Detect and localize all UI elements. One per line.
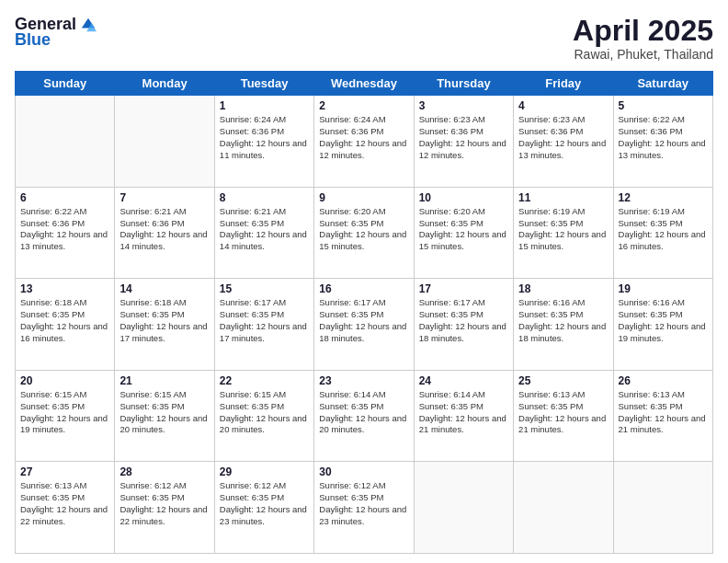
day-number: 1: [220, 99, 309, 112]
calendar-cell: 22Sunrise: 6:15 AM Sunset: 6:35 PM Dayli…: [214, 370, 313, 462]
calendar-cell: 6Sunrise: 6:22 AM Sunset: 6:36 PM Daylig…: [16, 187, 115, 279]
day-info: Sunrise: 6:13 AM Sunset: 6:35 PM Dayligh…: [20, 480, 109, 527]
calendar-table: Sunday Monday Tuesday Wednesday Thursday…: [15, 71, 713, 554]
calendar-cell: [115, 96, 214, 188]
day-number: 23: [319, 374, 408, 387]
calendar-week-4: 20Sunrise: 6:15 AM Sunset: 6:35 PM Dayli…: [16, 370, 713, 462]
logo-blue-text: Blue: [15, 30, 51, 50]
calendar-cell: 27Sunrise: 6:13 AM Sunset: 6:35 PM Dayli…: [16, 462, 115, 554]
calendar-cell: 2Sunrise: 6:24 AM Sunset: 6:36 PM Daylig…: [314, 96, 414, 188]
day-number: 16: [319, 282, 408, 295]
day-info: Sunrise: 6:18 AM Sunset: 6:35 PM Dayligh…: [119, 297, 209, 344]
calendar-cell: 4Sunrise: 6:23 AM Sunset: 6:36 PM Daylig…: [514, 96, 613, 188]
calendar-cell: 26Sunrise: 6:13 AM Sunset: 6:35 PM Dayli…: [613, 370, 712, 462]
col-wednesday: Wednesday: [314, 72, 414, 96]
calendar-cell: 15Sunrise: 6:17 AM Sunset: 6:35 PM Dayli…: [214, 279, 313, 371]
day-number: 26: [619, 374, 708, 387]
calendar-cell: 10Sunrise: 6:20 AM Sunset: 6:35 PM Dayli…: [414, 187, 513, 279]
day-number: 30: [319, 465, 408, 478]
col-thursday: Thursday: [414, 72, 513, 96]
calendar-cell: 17Sunrise: 6:17 AM Sunset: 6:35 PM Dayli…: [414, 279, 513, 371]
day-info: Sunrise: 6:21 AM Sunset: 6:35 PM Dayligh…: [220, 206, 309, 253]
day-number: 20: [20, 374, 109, 387]
day-info: Sunrise: 6:20 AM Sunset: 6:35 PM Dayligh…: [419, 206, 508, 253]
calendar-cell: [613, 462, 712, 554]
calendar-week-5: 27Sunrise: 6:13 AM Sunset: 6:35 PM Dayli…: [16, 462, 713, 554]
calendar-week-2: 6Sunrise: 6:22 AM Sunset: 6:36 PM Daylig…: [16, 187, 713, 279]
day-number: 18: [518, 282, 608, 295]
calendar-cell: 30Sunrise: 6:12 AM Sunset: 6:35 PM Dayli…: [314, 462, 414, 554]
col-sunday: Sunday: [16, 72, 115, 96]
calendar-header-row: Sunday Monday Tuesday Wednesday Thursday…: [16, 72, 713, 96]
day-number: 27: [20, 465, 109, 478]
calendar-cell: 9Sunrise: 6:20 AM Sunset: 6:35 PM Daylig…: [314, 187, 414, 279]
day-info: Sunrise: 6:17 AM Sunset: 6:35 PM Dayligh…: [319, 297, 408, 344]
calendar-cell: 11Sunrise: 6:19 AM Sunset: 6:35 PM Dayli…: [514, 187, 613, 279]
col-saturday: Saturday: [613, 72, 712, 96]
calendar-cell: 13Sunrise: 6:18 AM Sunset: 6:35 PM Dayli…: [16, 279, 115, 371]
calendar-cell: 14Sunrise: 6:18 AM Sunset: 6:35 PM Dayli…: [115, 279, 214, 371]
day-info: Sunrise: 6:16 AM Sunset: 6:35 PM Dayligh…: [619, 297, 708, 344]
day-number: 8: [220, 191, 309, 204]
day-number: 29: [220, 465, 309, 478]
day-number: 17: [419, 282, 508, 295]
calendar-cell: 12Sunrise: 6:19 AM Sunset: 6:35 PM Dayli…: [613, 187, 712, 279]
day-number: 15: [220, 282, 309, 295]
day-info: Sunrise: 6:15 AM Sunset: 6:35 PM Dayligh…: [220, 389, 309, 436]
day-info: Sunrise: 6:23 AM Sunset: 6:36 PM Dayligh…: [518, 114, 608, 161]
day-number: 10: [419, 191, 508, 204]
calendar-cell: 16Sunrise: 6:17 AM Sunset: 6:35 PM Dayli…: [314, 279, 414, 371]
calendar-cell: [16, 96, 115, 188]
logo-icon: [80, 17, 97, 33]
day-number: 28: [119, 465, 209, 478]
day-info: Sunrise: 6:15 AM Sunset: 6:35 PM Dayligh…: [20, 389, 109, 436]
day-info: Sunrise: 6:17 AM Sunset: 6:35 PM Dayligh…: [220, 297, 309, 344]
day-number: 12: [619, 191, 708, 204]
day-info: Sunrise: 6:22 AM Sunset: 6:36 PM Dayligh…: [619, 114, 708, 161]
title-block: April 2025 Rawai, Phuket, Thailand: [573, 15, 713, 62]
calendar-cell: 1Sunrise: 6:24 AM Sunset: 6:36 PM Daylig…: [214, 96, 313, 188]
day-info: Sunrise: 6:13 AM Sunset: 6:35 PM Dayligh…: [619, 389, 708, 436]
day-number: 2: [319, 99, 408, 112]
logo: General Blue: [15, 15, 97, 50]
col-friday: Friday: [514, 72, 613, 96]
calendar-cell: 29Sunrise: 6:12 AM Sunset: 6:35 PM Dayli…: [214, 462, 313, 554]
header: General Blue April 2025 Rawai, Phuket, T…: [15, 15, 713, 62]
day-info: Sunrise: 6:14 AM Sunset: 6:35 PM Dayligh…: [319, 389, 408, 436]
day-number: 9: [319, 191, 408, 204]
day-info: Sunrise: 6:17 AM Sunset: 6:35 PM Dayligh…: [419, 297, 508, 344]
day-number: 5: [619, 99, 708, 112]
calendar-cell: [514, 462, 613, 554]
calendar-cell: 25Sunrise: 6:13 AM Sunset: 6:35 PM Dayli…: [514, 370, 613, 462]
calendar-cell: 7Sunrise: 6:21 AM Sunset: 6:36 PM Daylig…: [115, 187, 214, 279]
day-info: Sunrise: 6:18 AM Sunset: 6:35 PM Dayligh…: [20, 297, 109, 344]
day-info: Sunrise: 6:15 AM Sunset: 6:35 PM Dayligh…: [119, 389, 209, 436]
day-number: 19: [619, 282, 708, 295]
day-info: Sunrise: 6:19 AM Sunset: 6:35 PM Dayligh…: [619, 206, 708, 253]
col-monday: Monday: [115, 72, 214, 96]
day-number: 7: [119, 191, 209, 204]
day-info: Sunrise: 6:19 AM Sunset: 6:35 PM Dayligh…: [518, 206, 608, 253]
calendar-cell: 21Sunrise: 6:15 AM Sunset: 6:35 PM Dayli…: [115, 370, 214, 462]
calendar-cell: 20Sunrise: 6:15 AM Sunset: 6:35 PM Dayli…: [16, 370, 115, 462]
calendar-cell: 23Sunrise: 6:14 AM Sunset: 6:35 PM Dayli…: [314, 370, 414, 462]
day-number: 13: [20, 282, 109, 295]
month-title: April 2025: [573, 15, 713, 47]
day-number: 25: [518, 374, 608, 387]
day-info: Sunrise: 6:23 AM Sunset: 6:36 PM Dayligh…: [419, 114, 508, 161]
day-info: Sunrise: 6:13 AM Sunset: 6:35 PM Dayligh…: [518, 389, 608, 436]
calendar-cell: 18Sunrise: 6:16 AM Sunset: 6:35 PM Dayli…: [514, 279, 613, 371]
day-info: Sunrise: 6:21 AM Sunset: 6:36 PM Dayligh…: [119, 206, 209, 253]
calendar-cell: 28Sunrise: 6:12 AM Sunset: 6:35 PM Dayli…: [115, 462, 214, 554]
day-info: Sunrise: 6:16 AM Sunset: 6:35 PM Dayligh…: [518, 297, 608, 344]
day-number: 14: [119, 282, 209, 295]
day-info: Sunrise: 6:12 AM Sunset: 6:35 PM Dayligh…: [319, 480, 408, 527]
day-number: 21: [119, 374, 209, 387]
col-tuesday: Tuesday: [214, 72, 313, 96]
day-info: Sunrise: 6:12 AM Sunset: 6:35 PM Dayligh…: [220, 480, 309, 527]
day-number: 22: [220, 374, 309, 387]
day-info: Sunrise: 6:22 AM Sunset: 6:36 PM Dayligh…: [20, 206, 109, 253]
page: General Blue April 2025 Rawai, Phuket, T…: [0, 0, 728, 563]
day-number: 3: [419, 99, 508, 112]
location-subtitle: Rawai, Phuket, Thailand: [573, 47, 713, 62]
